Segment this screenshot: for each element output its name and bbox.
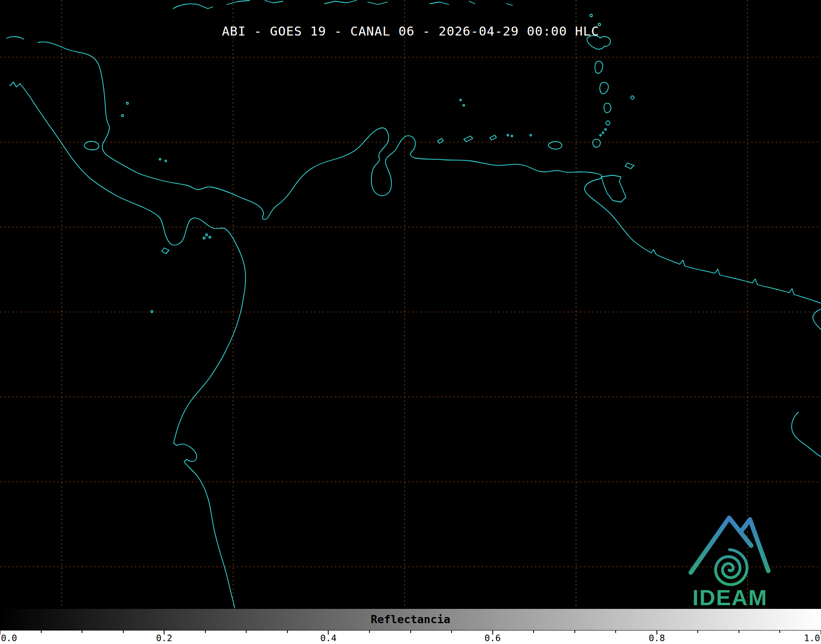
image-title: ABI - GOES 19 - CANAL 06 - 2026-04-29 00… [0, 24, 821, 38]
colorbar-tick-label: 0.8 [649, 633, 665, 643]
island-group-abc-venezuela [438, 134, 562, 149]
coastline-caribbean-south-america [38, 42, 821, 303]
colorbar-tick [697, 631, 698, 633]
colorbar-tick-label: 0.2 [156, 633, 172, 643]
map-graphics: IDEAM [0, 0, 821, 644]
colorbar-tick-label: 1.0 [804, 633, 820, 643]
colorbar-tick [615, 631, 616, 633]
logo-text: IDEAM [692, 585, 768, 610]
colorbar-tick [451, 631, 452, 633]
colorbar-tick-label: 0.6 [485, 633, 501, 643]
colorbar-tick-label: 0.0 [1, 633, 17, 643]
colorbar-tick [0, 631, 0, 635]
colorbar: Reflectancia [0, 608, 821, 631]
colorbar-tick [287, 631, 288, 633]
island-trinidad [601, 175, 626, 202]
colorbar-tick [739, 631, 739, 633]
island-tobago [625, 163, 634, 169]
colorbar-tick [533, 631, 534, 633]
map-canvas: IDEAM ABI - GOES 19 - CANAL 06 - 2026-04… [0, 0, 821, 608]
graticule-grid [0, 0, 821, 608]
satellite-image-viewer: IDEAM ABI - GOES 19 - CANAL 06 - 2026-04… [0, 0, 821, 644]
colorbar-tick-strip: 0.00.20.40.60.81.0 [0, 631, 821, 644]
coastline-fragments-right-edge [792, 309, 821, 457]
colorbar-tick [205, 631, 206, 633]
colorbar-tick [574, 631, 575, 633]
colorbar-tick [246, 631, 247, 633]
colorbar-tick [410, 631, 411, 633]
coastline-pacific-south-america [10, 82, 246, 608]
logo-cyclone-spiral-icon [716, 550, 747, 585]
colorbar-tick [123, 631, 124, 633]
lake-nicaragua [84, 141, 99, 150]
colorbar-tick [779, 631, 780, 633]
coastline-fragments-top-edge [173, 0, 512, 9]
colorbar-tick [369, 631, 370, 633]
ideam-logo: IDEAM [691, 518, 768, 610]
colorbar-tick [41, 631, 42, 633]
colorbar-tick-label: 0.4 [320, 633, 337, 643]
colorbar-tick [82, 631, 82, 633]
island-group-pacific [122, 103, 211, 313]
colorbar-label: Reflectancia [0, 613, 821, 626]
logo-mountain-left-ridge [691, 518, 751, 573]
coastlines [7, 0, 821, 608]
